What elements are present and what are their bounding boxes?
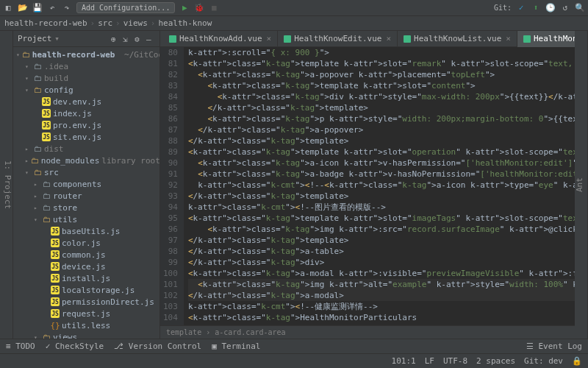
git-branch[interactable]: Git: dev [524, 356, 563, 366]
vue-file-icon [169, 35, 176, 43]
right-tool-strip: Ant Database [575, 31, 588, 339]
hide-icon[interactable]: — [146, 35, 155, 43]
editor-tab[interactable]: HealthMonitorList.vue× [517, 31, 575, 47]
nav-views[interactable]: views [123, 18, 148, 28]
tree-node[interactable]: JSbaseUtils.js [13, 225, 159, 237]
editor-tabs: HealthKnowAdd.vue×HealthKnowEdit.vue×Hea… [160, 31, 575, 47]
tree-node[interactable]: JSindex.js [13, 107, 159, 119]
tree-node[interactable]: ▸🗀store [13, 202, 159, 213]
editor-breadcrumb[interactable]: template › a-card.card-area [160, 325, 575, 339]
tree-node[interactable]: JScolor.js [13, 237, 159, 249]
git-label: Git: [494, 4, 512, 12]
tree-node[interactable]: JSpro.env.js [13, 119, 159, 131]
editor-area: HealthKnowAdd.vue×HealthKnowEdit.vue×Hea… [160, 31, 575, 339]
close-icon[interactable]: × [386, 34, 391, 43]
search-icon[interactable]: 🔍 [575, 3, 585, 13]
vcs-history-icon[interactable]: 🕒 [545, 3, 556, 13]
editor-tab[interactable]: HealthKnowAdd.vue× [163, 31, 278, 47]
lock-icon[interactable]: 🔒 [572, 356, 582, 366]
locate-icon[interactable]: ⊕ [111, 35, 120, 43]
close-icon[interactable]: × [267, 34, 272, 43]
run-config-dropdown[interactable]: Add Configuration... [76, 2, 175, 13]
tree-node[interactable]: JSlocalstorage.js [13, 284, 159, 296]
tree-node[interactable]: ▾🗀views [13, 331, 159, 339]
close-icon[interactable]: × [506, 34, 511, 43]
open-icon[interactable]: 📂 [18, 3, 28, 13]
stop-icon: ■ [209, 3, 219, 13]
project-sidebar: Project ▾ ⊕ ⇲ ⚙ — ▾🗀 health-record-web ~… [13, 31, 160, 339]
tree-node[interactable]: JSinstall.js [13, 272, 159, 284]
vcs-tab[interactable]: ⎇ Version Control [114, 342, 201, 351]
tree-node[interactable]: JSdevice.js [13, 261, 159, 272]
tree-node[interactable]: JSrequest.js [13, 308, 159, 319]
main-toolbar: ◧ 📂 💾 ↶ ↷ Add Configuration... ▶ 🐞 ■ Git… [0, 0, 588, 16]
vcs-revert-icon[interactable]: ↺ [560, 3, 570, 13]
debug-icon[interactable]: 🐞 [194, 3, 204, 13]
gear-icon[interactable]: ⚙ [135, 35, 143, 43]
tree-node[interactable]: ▾🗀config [13, 84, 159, 96]
nav-root[interactable]: health-record-web [4, 18, 87, 28]
ant-tool-tab[interactable]: Ant [575, 177, 584, 192]
status-bar: 101:1 LF UTF-8 2 spaces Git: dev 🔒 [0, 353, 588, 368]
caret-pos[interactable]: 101:1 [392, 356, 416, 366]
vcs-update-icon[interactable]: ✓ [516, 3, 526, 13]
collapse-icon[interactable]: ⇲ [123, 35, 132, 43]
tree-node[interactable]: ▾🗀utils [13, 213, 159, 225]
tree-node[interactable]: ▾🗀src [13, 166, 159, 178]
checkstyle-tab[interactable]: ✓ CheckStyle [46, 342, 104, 351]
editor-tab[interactable]: HealthKnowList.vue× [398, 31, 517, 47]
tree-node[interactable]: ▸🗀node_modules library root [13, 155, 159, 166]
nav-leaf[interactable]: health-know [158, 18, 212, 28]
todo-tab[interactable]: ≡ TODO [6, 342, 35, 351]
project-tool-tab[interactable]: 1: Project [3, 160, 12, 209]
undo-icon[interactable]: ↶ [47, 3, 57, 13]
vcs-commit-icon[interactable]: ⬆ [531, 3, 541, 13]
redo-icon[interactable]: ↷ [62, 3, 72, 13]
line-sep[interactable]: LF [425, 356, 434, 366]
encoding[interactable]: UTF-8 [443, 356, 467, 366]
editor-tab[interactable]: HealthKnowEdit.vue× [278, 31, 398, 47]
save-icon[interactable]: 💾 [32, 3, 43, 13]
tree-node[interactable]: ▸🗀dist [13, 143, 159, 155]
bottom-tool-tabs: ≡ TODO ✓ CheckStyle ⎇ Version Control ▣ … [0, 339, 588, 353]
event-log-tab[interactable]: ☰ Event Log [526, 342, 582, 351]
tree-node[interactable]: JSsit.env.js [13, 131, 159, 143]
vue-file-icon [523, 35, 531, 43]
vue-file-icon [404, 35, 411, 43]
tree-node[interactable]: ▾🗀.idea [13, 60, 159, 72]
sidebar-title: Project [18, 34, 51, 43]
tree-node[interactable]: JScommon.js [13, 249, 159, 261]
breadcrumb-nav: health-record-web› src› views› health-kn… [0, 16, 588, 31]
terminal-tab[interactable]: ▣ Terminal [212, 342, 260, 351]
app-icon: ◧ [3, 3, 13, 13]
project-tree[interactable]: ▾🗀 health-record-web ~/GitCode/health-re… [13, 47, 159, 339]
tree-node[interactable]: {}utils.less [13, 319, 159, 331]
vue-file-icon [284, 35, 291, 43]
nav-src[interactable]: src [98, 18, 112, 28]
tree-node[interactable]: JSdev.env.js [13, 96, 159, 107]
run-icon[interactable]: ▶ [179, 3, 190, 13]
code-editor[interactable]: 8081828384858687888990919293949596979899… [160, 47, 575, 325]
tree-root[interactable]: ▾🗀 health-record-web ~/GitCode/health-re… [13, 49, 159, 60]
tree-node[interactable]: ▸🗀components [13, 178, 159, 190]
tree-node[interactable]: JSpermissionDirect.js [13, 296, 159, 308]
left-tool-strip: 1: Project 7: Structure 2: Favorites [0, 31, 13, 339]
tree-node[interactable]: ▸🗀router [13, 190, 159, 202]
indent[interactable]: 2 spaces [476, 356, 515, 366]
tree-node[interactable]: ▾🗀build [13, 72, 159, 84]
